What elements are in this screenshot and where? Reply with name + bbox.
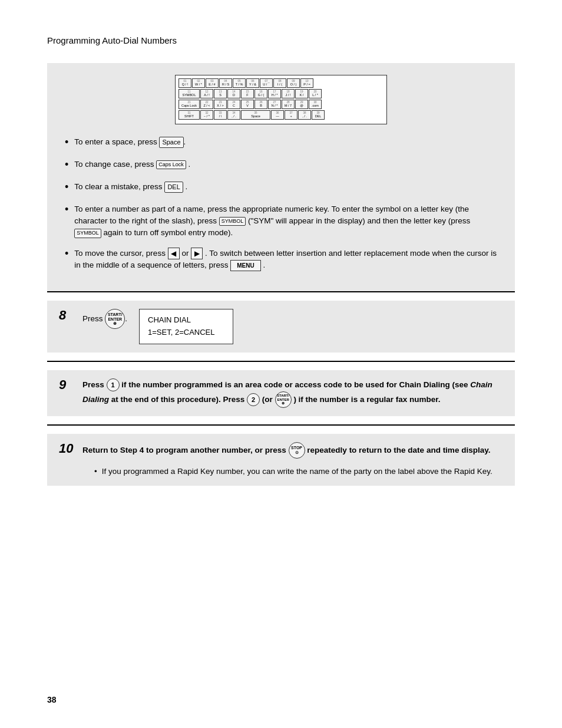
kbd-key-symbol: 11SYMBOL — [178, 89, 200, 98]
step-10-number: 10 — [59, 442, 77, 455]
step-10-section: 10 Return to Step 4 to program another n… — [47, 424, 515, 494]
kbd-row-4: 31SHIFT 32~ / ^ 33/ \ 34, / . 35Space 36… — [178, 110, 384, 120]
left-arrow-key: ◀ — [168, 248, 180, 259]
kbd-key-m: 28M / 7 — [282, 100, 295, 109]
bullet-dot-2: • — [65, 157, 68, 173]
kbd-key-n: 27N / * — [268, 100, 281, 109]
bullet-dot-1: • — [65, 134, 68, 150]
kbd-key-a: 12A / ! — [200, 89, 213, 98]
step-9-header: 9 Press 1 if the number programmed is an… — [59, 378, 503, 408]
kbd-key-plus: 37+ — [285, 110, 297, 120]
kbd-row-1: 01Q / ! 02W / * 03E / # 04R / S 05T / % … — [178, 78, 384, 88]
step-9-number: 9 — [59, 378, 77, 391]
space-key-badge: Space — [159, 137, 183, 148]
step-10-content: Return to Step 4 to program another numb… — [82, 442, 503, 477]
step-10-bold: Return to Step 4 to program another numb… — [82, 442, 503, 459]
kbd-key-capslock: 21Caps Lock — [178, 100, 200, 109]
key-1-circle: 1 — [107, 378, 120, 391]
kbd-key-period: 38, / . — [298, 110, 311, 120]
step-8-number: 8 — [59, 309, 77, 322]
step-9-text4: ) if the number is a regular fax number. — [293, 395, 440, 404]
kbd-key-s: 13S — [214, 89, 227, 98]
kbd-key-l: 20L / * — [309, 89, 322, 98]
kbd-key-w: 02W / * — [192, 78, 205, 88]
bullet-space-text: To enter a space, press — [74, 137, 157, 146]
step-8-text-area: Press START/ENTER⊕ . — [82, 309, 127, 329]
bullet-dot-4: • — [65, 202, 68, 218]
kbd-key-comma: 34, / . — [227, 110, 240, 120]
step-9-bg: 9 Press 1 if the number programmed is an… — [47, 370, 515, 416]
bullet-clear-content: To clear a mistake, press DEL . — [74, 181, 497, 193]
kbd-key-space: 35Space — [241, 110, 270, 120]
bullet-number-text2: ("SYM" will appear in the display) and t… — [248, 216, 470, 225]
step-10-header: 10 Return to Step 4 to program another n… — [59, 442, 503, 477]
main-content-section: 01Q / ! 02W / * 03E / # 04R / S 05T / % … — [47, 63, 515, 291]
kbd-key-c: 24C — [227, 100, 240, 109]
kbd-key-j: 18J / ! — [282, 89, 295, 98]
kbd-key-f: 15F — [241, 89, 254, 98]
page: Programming Auto-Dial Numbers 01Q / ! 02… — [0, 0, 562, 728]
kbd-key-at: 29@ — [295, 100, 308, 109]
kbd-key-tilde: 32~ / ^ — [200, 110, 213, 120]
right-arrow-key: ▶ — [191, 248, 203, 259]
bullet-number-content: To enter a number as part of a name, pre… — [74, 203, 497, 239]
kbd-key-h: 17H / * — [268, 89, 281, 98]
bullet-clear: • To clear a mistake, press DEL . — [65, 181, 497, 195]
kbd-key-com: 30.com — [309, 100, 322, 109]
instruction-list: • To enter a space, press Space. • To ch… — [65, 136, 497, 271]
kbd-key-y: 06Y / & — [246, 78, 259, 88]
step-8-section: 8 Press START/ENTER⊕ . CHAIN DIAL 1=SET,… — [47, 291, 515, 361]
step-8-content: Press START/ENTER⊕ . CHAIN DIAL 1=SET, 2… — [82, 309, 503, 344]
step-9-text1: if the number programmed is an area code… — [121, 380, 470, 389]
step-10-bg: 10 Return to Step 4 to program another n… — [47, 434, 515, 486]
kbd-key-u: 07U / ¯ — [260, 78, 273, 88]
sub-bullet-text: If you programmed a Rapid Key number, yo… — [102, 466, 492, 477]
bullet-space-content: To enter a space, press Space. — [74, 136, 497, 148]
bullet-case-text: To change case, press — [74, 160, 154, 169]
bullet-space: • To enter a space, press Space. — [65, 136, 497, 150]
sub-bullet-dot: • — [94, 466, 97, 477]
kbd-key-dash: 36— — [271, 110, 284, 120]
step-9-content: Press 1 if the number programmed is an a… — [82, 378, 503, 408]
bullet-case-content: To change case, press Caps Lock . — [74, 159, 497, 170]
step-10-sub-bullet: • If you programmed a Rapid Key number, … — [94, 466, 503, 477]
kbd-key-r: 04R / S — [219, 78, 232, 88]
bullet-case: • To change case, press Caps Lock . — [65, 159, 497, 173]
step-9-text3: (or — [262, 395, 275, 404]
kbd-key-slash: 33/ \ — [214, 110, 227, 120]
del-key-badge: DEL — [164, 182, 183, 193]
start-enter-key: START/ENTER⊕ — [105, 309, 125, 329]
page-number: 38 — [47, 695, 57, 704]
bullet-clear-text: To clear a mistake, press — [74, 182, 162, 191]
keyboard-diagram: 01Q / ! 02W / * 03E / # 04R / S 05T / % … — [175, 75, 387, 124]
bullet-cursor-end: . — [263, 261, 265, 269]
symbol-key-badge-1: SYMBOL — [219, 217, 246, 226]
bullet-dot-3: • — [65, 179, 68, 195]
bullet-cursor-text1: To move the cursor, press — [74, 249, 166, 258]
kbd-key-v: 25V — [241, 100, 254, 109]
menu-key-badge: MENU — [230, 260, 260, 271]
step-8-bg: 8 Press START/ENTER⊕ . CHAIN DIAL 1=SET,… — [47, 301, 515, 353]
kbd-key-e: 03E / # — [206, 78, 219, 88]
kbd-key-p: 10P / = — [300, 78, 313, 88]
key-2-circle: 2 — [247, 393, 260, 406]
stop-key: STOP⊙ — [289, 442, 305, 459]
bullet-cursor-or: or — [181, 249, 191, 258]
step-10-text3: repeatedly to return to the date and tim… — [307, 446, 490, 454]
kbd-key-b: 26B — [254, 100, 267, 109]
step-9-text2: at the end of this procedure). Press — [111, 395, 247, 404]
kbd-row-2: 11SYMBOL 12A / ! 13S 14D 15F 16G / ( 17H… — [178, 89, 384, 98]
kbd-key-k: 19K / — [295, 89, 308, 98]
bullet-cursor: • To move the cursor, press ◀ or ▶ . To … — [65, 248, 497, 272]
step-8-body: Press START/ENTER⊕ . CHAIN DIAL 1=SET, 2… — [82, 309, 503, 344]
step-8-header: 8 Press START/ENTER⊕ . CHAIN DIAL 1=SET,… — [59, 309, 503, 344]
start-enter-key-2: START/ENTER⊕ — [275, 391, 292, 408]
kbd-key-x: 23X / > — [214, 100, 227, 109]
kbd-key-t: 05T / % — [233, 78, 246, 88]
display-line1: CHAIN DIAL — [148, 314, 224, 327]
symbol-key-badge-2: SYMBOL — [74, 229, 101, 238]
kbd-key-o: 09O / ) — [287, 78, 300, 88]
bullet-cursor-content: To move the cursor, press ◀ or ▶ . To sw… — [74, 248, 497, 272]
kbd-key-q: 01Q / ! — [178, 78, 191, 88]
kbd-key-g: 16G / ( — [254, 89, 267, 98]
